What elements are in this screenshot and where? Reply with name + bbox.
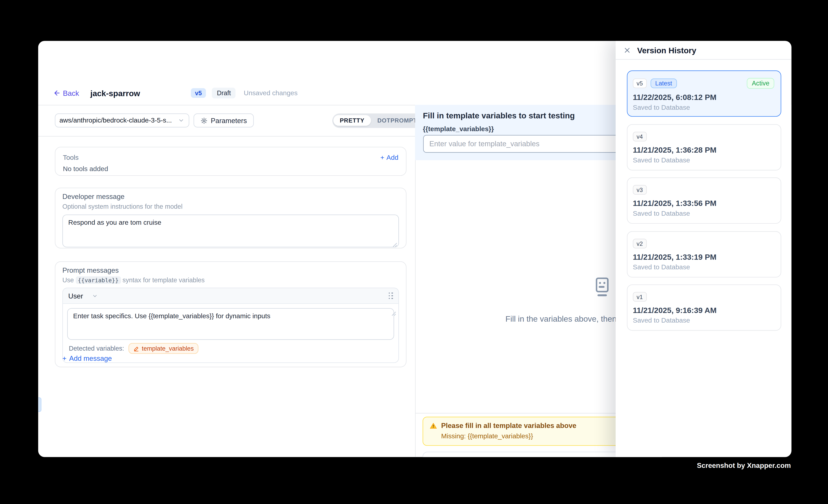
version-number-badge: v3 [633, 185, 647, 195]
version-saved-status: Saved to Database [633, 263, 774, 271]
plus-icon: + [62, 354, 67, 362]
version-timestamp: 11/21/2025, 1:33:56 PM [633, 199, 774, 208]
version-timestamp: 11/21/2025, 9:16:39 AM [633, 306, 774, 315]
latest-badge: Latest [650, 79, 677, 88]
developer-message-subtitle: Optional system instructions for the mod… [62, 203, 399, 210]
version-timestamp: 11/22/2025, 6:08:12 PM [633, 93, 774, 101]
parameters-label: Parameters [211, 117, 247, 125]
subtitle-suffix: syntax for template variables [123, 277, 205, 284]
version-saved-status: Saved to Database [633, 156, 774, 164]
variable-syntax-chip: {{variable}} [76, 277, 121, 284]
detected-variable-name: template_variables [142, 345, 194, 351]
active-badge: Active [747, 78, 774, 89]
add-tool-button[interactable]: + Add [380, 154, 399, 161]
tools-empty-text: No tools added [63, 165, 399, 173]
version-history-panel: Version History v5 Latest Active 11/22/2… [616, 41, 791, 457]
version-saved-status: Saved to Database [633, 104, 774, 111]
drag-handle-icon[interactable] [388, 292, 393, 299]
version-number-badge: v5 [633, 79, 647, 88]
app-window: Back jack-sparrow v5 Draft Unsaved chang… [38, 41, 791, 457]
version-saved-status: Saved to Database [633, 210, 774, 217]
version-timestamp: 11/21/2025, 1:33:19 PM [633, 252, 774, 261]
message-header: User [63, 288, 399, 304]
banner-title: Fill in template variables to start test… [423, 111, 575, 120]
developer-message-label: Developer message [62, 193, 399, 201]
version-history-header: Version History [616, 41, 791, 59]
chevron-down-icon [92, 293, 98, 299]
subtitle-prefix: Use [62, 277, 74, 284]
template-variable-label: {{template_variables}} [423, 125, 494, 133]
plus-icon: + [380, 154, 384, 161]
version-card-v5[interactable]: v5 Latest Active 11/22/2025, 6:08:12 PM … [627, 70, 781, 117]
version-history-title: Version History [637, 45, 696, 54]
developer-message-textarea[interactable]: Respond as you are tom cruise [62, 215, 399, 247]
developer-message-card: Developer message Optional system instru… [55, 187, 407, 248]
model-select-value: aws/anthropic/bedrock-claude-3-5-s... [59, 117, 174, 124]
version-number-badge: v1 [633, 292, 647, 301]
draft-badge: Draft [212, 88, 236, 98]
back-button[interactable]: Back [53, 89, 79, 97]
prompt-messages-subtitle: Use {{variable}} syntax for template var… [62, 277, 399, 284]
arrow-left-icon [53, 89, 61, 97]
format-option-pretty[interactable]: PRETTY [333, 115, 371, 126]
pencil-icon [133, 345, 139, 351]
screenshot-stage: Back jack-sparrow v5 Draft Unsaved chang… [0, 0, 828, 504]
toolbar-divider [38, 136, 415, 136]
left-edge-tab[interactable] [38, 397, 41, 412]
close-icon[interactable] [624, 46, 631, 53]
message-block: User Enter task specifics. Use {{templat… [62, 288, 399, 363]
role-select-value: User [68, 292, 83, 300]
tools-card: Tools + Add No tools added [55, 147, 407, 176]
version-number-badge: v2 [633, 239, 647, 248]
version-number-badge: v4 [633, 132, 647, 141]
version-timestamp: 11/21/2025, 1:36:28 PM [633, 145, 774, 154]
page-header: Back jack-sparrow v5 Draft Unsaved chang… [53, 86, 297, 100]
parameters-button[interactable]: Parameters [194, 114, 254, 127]
warning-triangle-icon [429, 422, 437, 429]
prompt-messages-card: Prompt messages Use {{variable}} syntax … [55, 261, 407, 367]
add-message-label: Add message [69, 354, 112, 362]
back-label: Back [63, 89, 79, 97]
detected-variable-badge[interactable]: template_variables [128, 343, 199, 354]
version-list: v5 Latest Active 11/22/2025, 6:08:12 PM … [616, 60, 791, 331]
version-saved-status: Saved to Database [633, 317, 774, 324]
unsaved-changes-label: Unsaved changes [244, 89, 297, 97]
version-card-v1[interactable]: v1 11/21/2025, 9:16:39 AM Saved to Datab… [627, 284, 781, 331]
tools-label: Tools [63, 154, 79, 161]
add-tool-label: Add [386, 154, 399, 161]
version-card-v2[interactable]: v2 11/21/2025, 1:33:19 PM Saved to Datab… [627, 231, 781, 277]
detected-variables-row: Detected variables: template_variables [67, 342, 394, 358]
role-select[interactable]: User [68, 292, 98, 300]
version-badge: v5 [191, 88, 206, 98]
format-toggle: PRETTY DOTPROMPT [332, 113, 425, 128]
warning-title: Please fill in all template variables ab… [441, 421, 576, 429]
page-title: jack-sparrow [90, 88, 140, 98]
chevron-down-icon [178, 117, 184, 124]
add-message-button[interactable]: + Add message [62, 354, 112, 362]
model-select[interactable]: aws/anthropic/bedrock-claude-3-5-s... [54, 114, 189, 127]
detected-variables-label: Detected variables: [69, 345, 124, 352]
message-body: Enter task specifics. Use {{template_var… [63, 304, 399, 362]
watermark: Screenshot by Xnapper.com [697, 461, 791, 469]
bot-face-icon [592, 275, 612, 299]
prompt-messages-label: Prompt messages [62, 266, 399, 274]
version-card-v3[interactable]: v3 11/21/2025, 1:33:56 PM Saved to Datab… [627, 177, 781, 224]
version-card-v4[interactable]: v4 11/21/2025, 1:36:28 PM Saved to Datab… [627, 124, 781, 170]
empty-state-text: Fill in the variables above, then typ [505, 314, 630, 323]
gear-icon [201, 117, 208, 124]
message-textarea[interactable]: Enter task specifics. Use {{template_var… [67, 308, 394, 340]
